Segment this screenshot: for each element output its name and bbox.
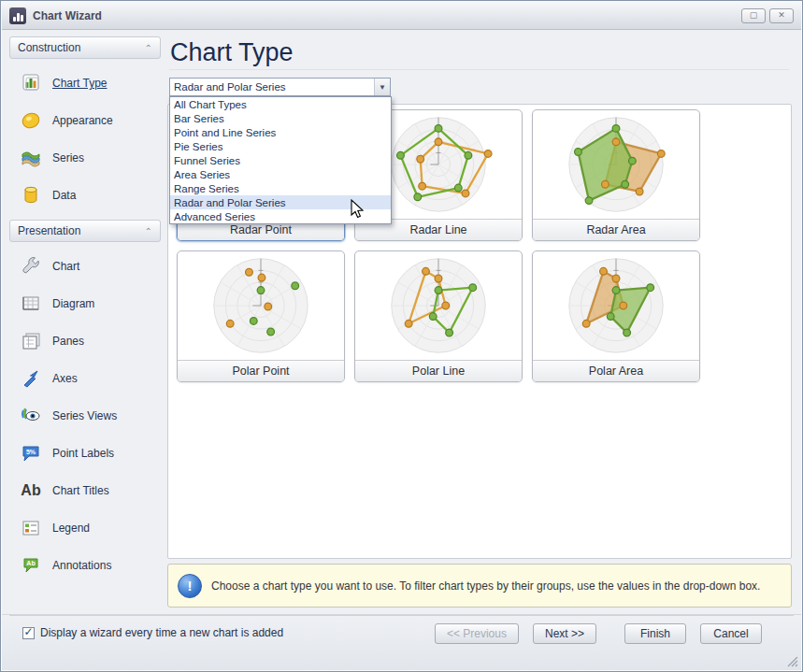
legend-icon: [19, 516, 43, 540]
sidebar-item-series-views[interactable]: Series Views: [9, 397, 161, 435]
dropdown-option-point-and-line-series[interactable]: Point and Line Series: [170, 125, 391, 139]
chart-type-tile-polar-point[interactable]: Polar Point: [177, 250, 345, 382]
polar-area-thumbnail: [533, 251, 699, 360]
data-icon: [19, 183, 43, 207]
footer-divider: [9, 615, 794, 616]
sidebar-item-diagram[interactable]: Diagram: [9, 285, 161, 322]
radar-area-thumbnail: [533, 110, 699, 219]
axes-icon: [19, 366, 43, 391]
chevron-down-icon: ▼: [379, 83, 386, 92]
wizard-sidebar: Construction ⌃ Chart Type Appearance Ser…: [9, 36, 161, 613]
display-wizard-checkbox-row[interactable]: ✓ Display a wizard every time a new char…: [22, 626, 283, 639]
dropdown-option-funnel-series[interactable]: Funnel Series: [170, 153, 391, 167]
checkbox-label: Display a wizard every time a new chart …: [40, 626, 283, 639]
sidebar-item-data[interactable]: Data: [9, 177, 161, 214]
maximize-button[interactable]: ▢: [741, 8, 766, 23]
dropdown-option-pie-series[interactable]: Pie Series: [170, 139, 391, 153]
diagram-icon: [19, 292, 43, 316]
sidebar-item-label: Axes: [52, 372, 78, 385]
point-labels-icon: 5%: [19, 441, 43, 465]
polar-point-thumbnail: [178, 251, 344, 360]
app-icon: [9, 7, 26, 24]
previous-button: << Previous: [435, 623, 519, 644]
close-icon: ✕: [778, 11, 785, 20]
chart-icon: [19, 254, 43, 279]
sidebar-item-label: Series Views: [52, 409, 117, 422]
title-divider: [169, 69, 789, 70]
maximize-icon: ▢: [750, 11, 758, 20]
chart-wizard-window: Chart Wizard ▢ ✕ Construction ⌃ Chart Ty…: [0, 0, 803, 672]
polar-line-thumbnail: [355, 251, 522, 360]
collapse-caret-icon: ⌃: [145, 43, 152, 53]
sidebar-item-label: Panes: [52, 335, 84, 348]
info-bar: ! Choose a chart type you want to use. T…: [167, 564, 792, 608]
sidebar-item-label: Legend: [52, 522, 90, 535]
group-label: Presentation: [18, 224, 80, 237]
info-icon: !: [178, 574, 202, 598]
tile-caption: Radar Area: [533, 219, 699, 240]
svg-text:Ab: Ab: [21, 482, 41, 498]
window-title: Chart Wizard: [33, 9, 102, 22]
sidebar-item-point-labels[interactable]: 5% Point Labels: [9, 435, 161, 472]
combobox-dropdown-button[interactable]: ▼: [374, 79, 390, 95]
sidebar-item-label: Diagram: [52, 297, 94, 310]
sidebar-item-chart-type[interactable]: Chart Type: [9, 64, 161, 102]
sidebar-item-label: Series: [52, 151, 84, 164]
group-header-construction[interactable]: Construction ⌃: [9, 36, 161, 59]
chart-type-tile-radar-area[interactable]: Radar Area: [532, 109, 700, 241]
svg-text:Ab: Ab: [26, 560, 35, 566]
dropdown-option-bar-series[interactable]: Bar Series: [170, 111, 391, 125]
footer-bar: ✓ Display a wizard every time a new char…: [2, 614, 801, 670]
tile-caption: Polar Line: [355, 360, 522, 381]
wizard-buttons: << PreviousNext >>FinishCancel: [421, 623, 762, 644]
sidebar-item-label: Appearance: [52, 114, 113, 127]
sidebar-item-annotations[interactable]: Ab Annotations: [9, 547, 161, 584]
appearance-icon: [19, 108, 43, 133]
sidebar-item-chart-titles[interactable]: Ab Chart Titles: [9, 472, 161, 509]
sidebar-item-label: Point Labels: [52, 447, 114, 460]
sidebar-item-legend[interactable]: Legend: [9, 509, 161, 547]
sidebar-item-series[interactable]: Series: [9, 139, 161, 177]
close-button[interactable]: ✕: [769, 8, 794, 23]
annotations-icon: Ab: [19, 553, 43, 578]
group-header-presentation[interactable]: Presentation ⌃: [9, 220, 161, 242]
chart-type-tile-polar-line[interactable]: Polar Line: [354, 250, 523, 382]
combobox-value: Radar and Polar Series: [174, 81, 286, 93]
checkbox[interactable]: ✓: [22, 627, 35, 639]
sidebar-item-chart[interactable]: Chart: [9, 248, 161, 285]
sidebar-item-label: Annotations: [52, 559, 111, 572]
series-views-icon: [19, 404, 43, 428]
sidebar-item-appearance[interactable]: Appearance: [9, 102, 161, 139]
sidebar-item-label: Chart: [52, 260, 79, 273]
tile-caption: Polar Point: [178, 360, 344, 381]
dropdown-option-all-chart-types[interactable]: All Chart Types: [170, 97, 391, 111]
collapse-caret-icon: ⌃: [145, 226, 152, 236]
info-text: Choose a chart type you want to use. To …: [211, 579, 760, 593]
tile-caption: Polar Area: [533, 360, 699, 381]
chart-group-combobox[interactable]: Radar and Polar Series ▼: [169, 78, 391, 96]
series-icon: [19, 146, 43, 170]
title-bar[interactable]: Chart Wizard ▢ ✕: [2, 2, 801, 30]
sidebar-item-label: Chart Titles: [52, 484, 109, 497]
mouse-cursor: [349, 199, 367, 222]
check-icon: ✓: [23, 626, 33, 637]
page-title: Chart Type: [170, 38, 294, 67]
dropdown-option-range-series[interactable]: Range Series: [170, 181, 391, 195]
svg-text:5%: 5%: [26, 449, 36, 455]
chart-type-icon: [19, 71, 43, 95]
chart-titles-icon: Ab: [19, 479, 43, 503]
resize-grip[interactable]: [787, 656, 798, 667]
sidebar-item-label: Chart Type: [52, 77, 107, 90]
sidebar-item-panes[interactable]: Panes: [9, 322, 161, 360]
sidebar-item-label: Data: [52, 189, 76, 202]
chart-type-tile-polar-area[interactable]: Polar Area: [532, 250, 700, 382]
cancel-button[interactable]: Cancel: [700, 623, 762, 644]
panes-icon: [19, 329, 43, 353]
sidebar-item-axes[interactable]: Axes: [9, 360, 161, 397]
finish-button[interactable]: Finish: [624, 623, 686, 644]
dropdown-option-area-series[interactable]: Area Series: [170, 167, 391, 181]
next-button[interactable]: Next >>: [533, 623, 596, 644]
group-label: Construction: [18, 41, 80, 54]
